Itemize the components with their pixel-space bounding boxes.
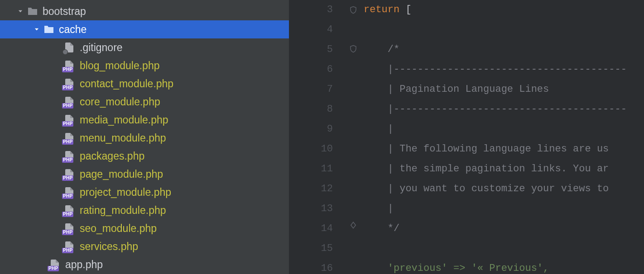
diamond-icon xyxy=(349,221,357,230)
tree-label: page_module.php xyxy=(80,168,163,180)
project-tree[interactable]: bootstrap cache .gitignorePHPblog_module… xyxy=(0,0,289,274)
php-file-icon: PHP xyxy=(63,132,75,144)
line-number[interactable]: 14 xyxy=(289,219,333,239)
tree-label: app.php xyxy=(65,259,103,271)
chevron-down-icon[interactable] xyxy=(33,25,41,33)
php-file-icon: PHP xyxy=(63,114,75,126)
tree-file[interactable]: .gitignore xyxy=(0,38,289,57)
tree-label: rating_module.php xyxy=(80,204,166,217)
line-number[interactable]: 6 xyxy=(289,60,333,80)
tree-file[interactable]: PHPmenu_module.php xyxy=(0,129,289,147)
tree-file[interactable]: PHPseo_module.php xyxy=(0,219,289,237)
php-file-icon: PHP xyxy=(63,60,75,71)
php-file-icon: PHP xyxy=(63,150,75,162)
line-number[interactable]: 15 xyxy=(289,239,333,259)
tree-file-list: .gitignorePHPblog_module.phpPHPcontact_m… xyxy=(0,38,289,255)
code-line[interactable]: | you want to customize your views to xyxy=(364,179,644,199)
code-line[interactable]: | the simple pagination links. You ar xyxy=(364,159,644,179)
line-number[interactable]: 4 xyxy=(289,20,333,40)
tree-label: menu_module.php xyxy=(80,132,166,144)
gutter-mark-slot xyxy=(349,39,357,59)
code-line[interactable]: | Pagination Language Lines xyxy=(364,80,644,99)
tree-file[interactable]: PHPcore_module.php xyxy=(0,93,289,111)
tree-file[interactable]: PHPpackages.php xyxy=(0,147,289,165)
line-number[interactable]: 3 xyxy=(289,0,333,20)
folder-icon xyxy=(43,25,54,34)
php-file-icon: PHP xyxy=(63,168,75,180)
tree-file[interactable]: PHPcontact_module.php xyxy=(0,75,289,93)
line-number[interactable]: 9 xyxy=(289,119,333,139)
code-line[interactable] xyxy=(364,239,644,259)
code-line[interactable]: /* xyxy=(364,40,644,60)
tree-label: bootstrap xyxy=(43,5,86,18)
code-line[interactable]: | xyxy=(364,119,644,139)
php-file-icon: PHP xyxy=(63,186,75,198)
tree-label: core_module.php xyxy=(80,96,160,108)
line-number[interactable]: 16 xyxy=(289,259,333,274)
tree-label: media_module.php xyxy=(80,114,168,126)
tree-label: .gitignore xyxy=(80,42,123,54)
tree-folder-bootstrap[interactable]: bootstrap xyxy=(0,2,289,20)
tree-file[interactable]: PHPrating_module.php xyxy=(0,201,289,219)
code-editor[interactable]: 345678910111213141516 return [ /* |-----… xyxy=(289,0,644,274)
gitignore-file-icon xyxy=(63,42,75,53)
gutter-mark-slot xyxy=(349,0,357,19)
php-file-icon: PHP xyxy=(63,96,75,108)
tree-file[interactable]: PHPproject_module.php xyxy=(0,183,289,201)
code-line[interactable] xyxy=(364,20,644,40)
tree-label: project_module.php xyxy=(80,186,171,198)
tree-label: cache xyxy=(59,24,87,36)
tree-folder-cache[interactable]: cache xyxy=(0,20,289,38)
code-area[interactable]: return [ /* |---------------------------… xyxy=(361,0,644,274)
tree-file[interactable]: PHPmedia_module.php xyxy=(0,111,289,129)
shield-icon xyxy=(349,5,357,14)
line-gutter[interactable]: 345678910111213141516 xyxy=(289,0,346,274)
shield-icon xyxy=(349,44,357,53)
line-number[interactable]: 11 xyxy=(289,159,333,179)
tree-file-app[interactable]: PHP app.php xyxy=(0,255,289,274)
chevron-down-icon[interactable] xyxy=(16,7,24,15)
line-number[interactable]: 7 xyxy=(289,80,333,99)
code-line[interactable]: |--------------------------------------- xyxy=(364,60,644,80)
tree-label: seo_module.php xyxy=(80,222,157,235)
tree-file[interactable]: PHPpage_module.php xyxy=(0,165,289,183)
php-file-icon: PHP xyxy=(63,204,75,216)
line-number[interactable]: 5 xyxy=(289,40,333,60)
tree-label: services.php xyxy=(80,241,138,253)
code-line[interactable]: */ xyxy=(364,219,644,239)
tree-file[interactable]: PHPservices.php xyxy=(0,237,289,255)
php-file-icon: PHP xyxy=(49,259,61,270)
php-file-icon: PHP xyxy=(63,241,75,252)
line-number[interactable]: 10 xyxy=(289,139,333,159)
code-line[interactable]: return [ xyxy=(364,0,644,20)
line-number[interactable]: 8 xyxy=(289,99,333,119)
line-number[interactable]: 13 xyxy=(289,199,333,219)
gutter-mark-slot xyxy=(349,215,357,235)
tree-label: blog_module.php xyxy=(80,60,159,72)
code-line[interactable]: | xyxy=(364,199,644,219)
code-line[interactable]: 'previous' => '« Previous', xyxy=(364,259,644,274)
tree-label: contact_module.php xyxy=(80,78,173,90)
tree-label: packages.php xyxy=(80,150,144,162)
code-line[interactable]: | The following language lines are us xyxy=(364,139,644,159)
php-file-icon: PHP xyxy=(63,78,75,90)
folder-icon xyxy=(27,7,38,16)
gutter-marks xyxy=(346,0,361,274)
code-line[interactable]: |--------------------------------------- xyxy=(364,99,644,119)
line-number[interactable]: 12 xyxy=(289,179,333,199)
php-file-icon: PHP xyxy=(63,222,75,234)
tree-file[interactable]: PHPblog_module.php xyxy=(0,57,289,75)
